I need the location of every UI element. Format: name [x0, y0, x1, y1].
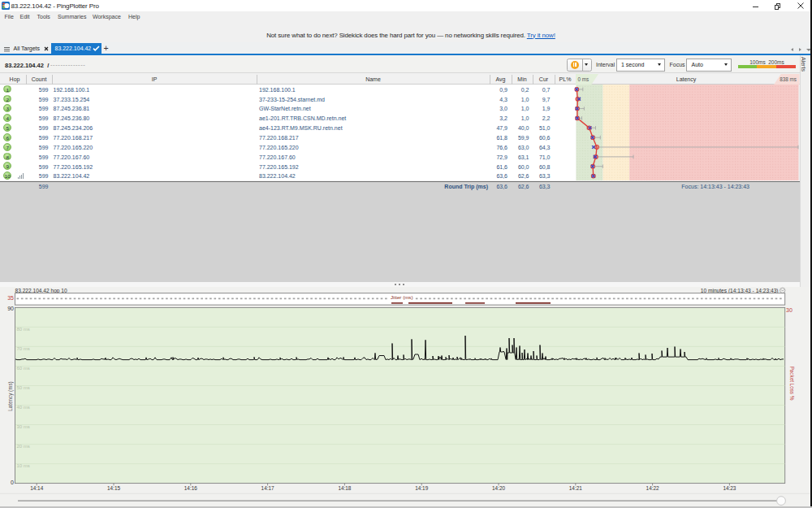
svg-text:14:17: 14:17 — [261, 485, 274, 491]
svg-text:14:16: 14:16 — [184, 485, 197, 491]
svg-text:30 ms: 30 ms — [17, 423, 30, 428]
svg-text:50 ms: 50 ms — [17, 384, 30, 389]
svg-text:20 ms: 20 ms — [17, 443, 30, 448]
svg-text:14:19: 14:19 — [415, 485, 428, 491]
svg-text:Latency (ms): Latency (ms) — [7, 381, 14, 410]
svg-text:Jitter (ms): Jitter (ms) — [391, 294, 413, 300]
svg-text:14:20: 14:20 — [492, 485, 505, 491]
svg-text:Packet Loss %: Packet Loss % — [789, 366, 795, 400]
svg-text:35: 35 — [7, 295, 14, 301]
svg-text:14:15: 14:15 — [107, 485, 120, 491]
svg-text:14:22: 14:22 — [646, 485, 659, 491]
svg-text:80 ms: 80 ms — [17, 326, 30, 331]
svg-text:90: 90 — [7, 306, 14, 311]
svg-text:14:18: 14:18 — [338, 485, 351, 491]
svg-text:10 ms: 10 ms — [17, 462, 30, 467]
svg-text:30: 30 — [786, 307, 793, 313]
svg-text:0: 0 — [11, 480, 14, 485]
svg-text:40 ms: 40 ms — [17, 404, 30, 409]
svg-text:14:14: 14:14 — [30, 485, 43, 491]
svg-text:70 ms: 70 ms — [17, 345, 30, 350]
svg-text:60 ms: 60 ms — [17, 365, 30, 370]
svg-text:14:23: 14:23 — [723, 485, 736, 491]
svg-text:14:21: 14:21 — [569, 485, 582, 491]
